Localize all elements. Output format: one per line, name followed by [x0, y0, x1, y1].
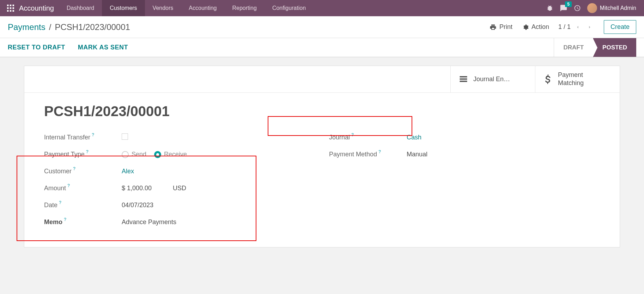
row-payment-method: Payment Method? Manual	[329, 146, 600, 163]
svg-rect-6	[7, 10, 8, 12]
date-value: 04/07/2023	[122, 202, 315, 209]
currency-value: USD	[173, 185, 186, 192]
user-name: Mitchell Admin	[600, 5, 636, 11]
help-icon[interactable]: ?	[67, 183, 70, 188]
debug-icon[interactable]	[546, 5, 553, 12]
label-amount: Amount	[44, 185, 66, 192]
pager-prev[interactable]	[573, 22, 583, 32]
row-amount: Amount? $ 1,000.00 USD	[44, 180, 315, 197]
control-bar: Payments / PCSH1/2023/00001 Print Action…	[0, 16, 644, 38]
journal-entries-button[interactable]: Journal En…	[450, 66, 535, 92]
help-icon[interactable]: ?	[59, 200, 61, 205]
reset-to-draft-button[interactable]: RESET TO DRAFT	[8, 44, 65, 51]
svg-rect-2	[13, 5, 14, 6]
list-icon	[458, 74, 468, 84]
breadcrumb-payments[interactable]: Payments	[8, 22, 45, 32]
menu-dashboard[interactable]: Dashboard	[59, 0, 102, 16]
discuss-icon[interactable]: 5	[560, 4, 567, 12]
form-sheet: Journal En… Payment Matching PCSH1/2023/…	[24, 66, 620, 247]
help-icon[interactable]: ?	[86, 149, 89, 154]
topnav-right: 5 Mitchell Admin	[546, 3, 641, 13]
help-icon[interactable]: ?	[92, 132, 94, 137]
svg-rect-5	[13, 7, 14, 9]
menu-customers[interactable]: Customers	[102, 0, 145, 16]
form-col-left: Internal Transfer? Payment Type? Send Re…	[44, 129, 315, 231]
form-columns: Internal Transfer? Payment Type? Send Re…	[44, 129, 600, 231]
label-internal-transfer: Internal Transfer	[44, 134, 90, 141]
status-steps: DRAFT POSTED	[554, 38, 636, 57]
row-customer: Customer? Alex	[44, 163, 315, 180]
label-date: Date	[44, 202, 57, 209]
apps-icon[interactable]	[6, 3, 16, 13]
row-payment-type: Payment Type? Send Receive	[44, 146, 315, 163]
radio-send[interactable]: Send	[122, 151, 146, 158]
sheet-wrap: Journal En… Payment Matching PCSH1/2023/…	[0, 57, 644, 256]
user-menu[interactable]: Mitchell Admin	[587, 3, 636, 13]
pager-text[interactable]: 1 / 1	[558, 23, 571, 31]
action-label: Action	[531, 23, 549, 31]
menu-vendors[interactable]: Vendors	[145, 0, 181, 16]
svg-rect-4	[10, 7, 11, 9]
svg-rect-9	[460, 76, 467, 78]
radio-receive[interactable]: Receive	[154, 151, 187, 158]
row-date: Date? 04/07/2023	[44, 197, 315, 214]
avatar	[587, 3, 597, 13]
form-col-right: Journal? Cash Payment Method? Manual	[329, 129, 600, 231]
sheet-body: PCSH1/2023/00001 Internal Transfer? Paym…	[24, 93, 620, 247]
menu-reporting[interactable]: Reporting	[225, 0, 265, 16]
menu-configuration[interactable]: Configuration	[265, 0, 314, 16]
label-journal: Journal	[329, 134, 350, 141]
create-button[interactable]: Create	[604, 20, 636, 34]
help-icon[interactable]: ?	[351, 132, 354, 137]
main-menu: Dashboard Customers Vendors Accounting R…	[59, 0, 314, 16]
radio-circle-icon	[122, 151, 129, 158]
label-payment-type: Payment Type	[44, 151, 85, 158]
breadcrumb: Payments / PCSH1/2023/00001	[8, 22, 130, 32]
pager: 1 / 1	[558, 22, 595, 32]
svg-rect-3	[7, 7, 8, 9]
svg-rect-1	[10, 5, 11, 6]
help-icon[interactable]: ?	[64, 217, 66, 222]
label-customer: Customer	[44, 168, 72, 175]
app-name[interactable]: Accounting	[18, 4, 59, 12]
help-icon[interactable]: ?	[378, 149, 381, 154]
mark-as-sent-button[interactable]: MARK AS SENT	[78, 44, 128, 51]
internal-transfer-checkbox[interactable]	[122, 133, 128, 140]
menu-accounting[interactable]: Accounting	[181, 0, 224, 16]
row-internal-transfer: Internal Transfer?	[44, 129, 315, 146]
svg-rect-11	[460, 81, 467, 82]
row-journal: Journal? Cash	[329, 129, 600, 146]
status-bar: RESET TO DRAFT MARK AS SENT DRAFT POSTED	[0, 38, 644, 57]
customer-value[interactable]: Alex	[122, 168, 315, 175]
status-draft[interactable]: DRAFT	[554, 38, 593, 57]
record-title: PCSH1/2023/00001	[44, 103, 600, 119]
svg-rect-0	[7, 5, 8, 6]
action-button[interactable]: Action	[522, 23, 549, 31]
dollar-icon	[543, 74, 553, 84]
print-button[interactable]: Print	[490, 23, 512, 31]
svg-rect-8	[13, 10, 14, 12]
svg-rect-10	[460, 79, 467, 80]
activities-icon[interactable]	[574, 5, 581, 12]
control-bar-right: Print Action 1 / 1 Create	[490, 20, 636, 34]
row-memo: Memo? Advance Payments	[44, 214, 315, 231]
print-label: Print	[499, 23, 512, 31]
journal-entries-label: Journal En…	[473, 75, 510, 83]
breadcrumb-sep: /	[49, 22, 51, 32]
memo-value: Advance Payments	[122, 218, 315, 226]
label-payment-method: Payment Method	[329, 151, 377, 158]
breadcrumb-current: PCSH1/2023/00001	[55, 22, 130, 32]
discuss-badge: 5	[565, 1, 572, 7]
payment-method-value: Manual	[407, 151, 600, 158]
journal-value[interactable]: Cash	[407, 134, 600, 141]
radio-circle-icon	[154, 151, 161, 158]
payment-matching-button[interactable]: Payment Matching	[535, 66, 620, 92]
label-memo: Memo	[44, 218, 62, 226]
svg-rect-7	[10, 10, 11, 12]
payment-matching-label: Payment Matching	[558, 71, 584, 88]
status-posted[interactable]: POSTED	[593, 38, 636, 57]
pager-next[interactable]	[585, 22, 595, 32]
top-nav: Accounting Dashboard Customers Vendors A…	[0, 0, 644, 16]
help-icon[interactable]: ?	[73, 166, 75, 171]
amount-value: $ 1,000.00	[122, 185, 152, 192]
